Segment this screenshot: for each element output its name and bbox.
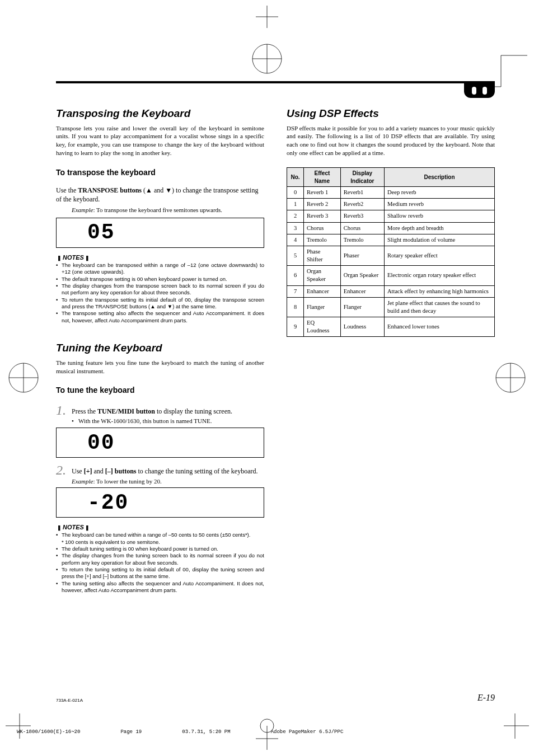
top-bar [56,81,495,83]
dsp-title: Using DSP Effects [287,106,495,121]
dsp-intro: DSP effects make it possible for you to … [287,124,495,157]
table-row: 9EQ LoudnessLoudnessEnhanced lower tones [287,317,495,337]
table-row: 1Reverb 2Reverb2Medium reverb [287,199,495,210]
table-row: 6Organ SpeakerOrgan SpeakerElectronic or… [287,266,495,285]
tuning-lcd-2: -20 [56,487,264,518]
page-number: E-19 [477,693,495,703]
th-indicator: Display Indicator [340,168,384,187]
transpose-example: Example: To transpose the keyboard five … [72,206,264,214]
step-1: 1. Press the TUNE/MIDI button to display… [56,403,264,425]
dsp-table: No. Effect Name Display Indicator Descri… [287,167,495,337]
note-item: * 100 cents is equivalent to one semiton… [56,539,264,546]
table-row: 2Reverb 3Reverb3Shallow reverb [287,210,495,222]
step-2: 2. Use [+] and [–] buttons to change the… [56,463,264,485]
table-row: 8FlangerFlangerJet plane effect that cau… [287,297,495,317]
step-number: 1. [56,403,72,417]
tuning-notes: The keyboard can be tuned within a range… [56,532,264,594]
right-column: Using DSP Effects DSP effects make it po… [287,106,495,611]
transpose-lcd: 05 [56,218,264,248]
note-item: The keyboard can be tuned within a range… [56,532,264,538]
table-row: 4TremoloTremoloSlight modulation of volu… [287,234,495,246]
table-row: 3ChorusChorusMore depth and breadth [287,222,495,234]
th-desc: Description [385,168,495,187]
note-item: The display changes from the tuning scre… [56,552,264,566]
table-row: 0Reverb 1Reverb1Deep reverb [287,187,495,199]
tuning-lcd-1: 00 [56,428,264,458]
step-subnote: With the WK-1600/1630, this button is na… [72,417,264,425]
note-item: The default transpose setting is 00 when… [56,276,264,283]
note-item: To return the tuning setting to its init… [56,566,264,580]
tuning-title: Tuning the Keyboard [56,341,264,355]
crop-file: WK-1800/1600(E)-16~20 [17,729,80,735]
transpose-instruction: Use the TRANSPOSE buttons (▲ and ▼) to c… [56,186,264,204]
tab-decoration [464,83,495,98]
notes-heading: NOTES [56,253,264,262]
table-row: 7EnhancerEnhancerAttack effect by enhanc… [287,285,495,297]
note-item: The transpose setting also affects the s… [56,310,264,324]
transpose-intro: Transpose lets you raise and lower the o… [56,124,264,157]
table-row: 5Phase ShifterPhaserRotary speaker effec… [287,246,495,265]
crop-app: Adobe PageMaker 6.5J/PPC [271,729,344,735]
note-item: The display changes from the transpose s… [56,283,264,297]
th-name: Effect Name [304,168,341,187]
crop-info: WK-1800/1600(E)-16~20 Page 19 03.7.31, 5… [17,729,523,735]
transpose-notes: The keyboard can be transposed within a … [56,262,264,324]
tuning-intro: The tuning feature lets you fine tune th… [56,359,264,375]
crop-date: 03.7.31, 5:20 PM [182,729,230,735]
step-example: Example: To lower the tuning by 20. [72,477,264,486]
crop-page: Page 19 [120,729,142,735]
transpose-title: Transposing the Keyboard [56,106,264,121]
left-column: Transposing the Keyboard Transpose lets … [56,106,264,611]
note-item: The keyboard can be transposed within a … [56,262,264,276]
note-item: To return the transpose setting its init… [56,297,264,311]
tuning-sub: To tune the keyboard [56,385,264,396]
notes-heading: NOTES [56,523,264,532]
th-no: No. [287,168,304,187]
note-item: The tuning setting also affects the sequ… [56,580,264,594]
step-number: 2. [56,463,72,477]
note-item: The default tuning setting is 00 when ke… [56,546,264,552]
transpose-sub: To transpose the keyboard [56,167,264,178]
footer: 733A-E-021A E-19 [56,693,495,703]
doc-id: 733A-E-021A [56,698,83,703]
